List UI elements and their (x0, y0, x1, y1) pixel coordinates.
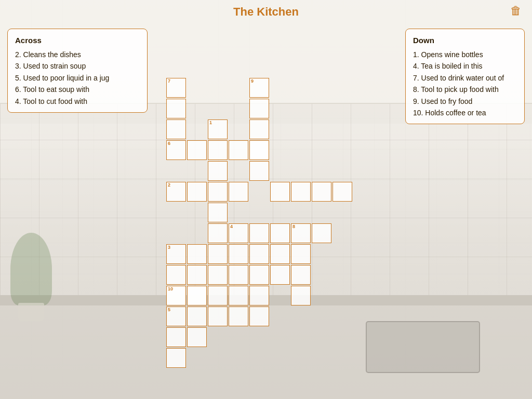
down-clue-1: 1. Opens wine bottles (413, 49, 517, 60)
cell-3-1[interactable]: 3 (166, 244, 186, 264)
cell-4-2[interactable] (249, 223, 269, 243)
cell-7-1[interactable]: 7 (166, 78, 186, 98)
cell-2-3[interactable] (229, 182, 248, 202)
cell-5-down-2[interactable] (187, 327, 207, 347)
page-title: The Kitchen (0, 0, 532, 19)
cell-10-5[interactable] (249, 286, 269, 305)
cell-1-6[interactable] (208, 223, 228, 243)
down-clue-2: 4. Tea is boiled in this (413, 60, 517, 72)
cell-5-down-1[interactable] (166, 327, 186, 347)
cell-9-3[interactable] (249, 119, 269, 139)
clue-box-across: Across 2. Cleans the dishes 3. Used to s… (7, 29, 148, 113)
cell-10-2[interactable] (187, 286, 207, 305)
across-clue-3: 5. Used to poor liquid in a jug (15, 72, 140, 84)
cell-2-7[interactable] (332, 182, 352, 202)
cell-1-7[interactable] (208, 244, 228, 264)
cell-4-5[interactable] (312, 223, 331, 243)
cell-5-down-3[interactable] (166, 348, 186, 368)
cell-5-2[interactable] (187, 307, 207, 326)
cell-4-1[interactable]: 4 (229, 223, 248, 243)
cell-3-down-1[interactable] (166, 265, 186, 285)
cell-6-2[interactable] (187, 140, 207, 160)
cell-9-5[interactable] (249, 161, 269, 181)
cell-3-down-5[interactable] (270, 265, 290, 285)
cell-2-5[interactable] (291, 182, 311, 202)
trash-icon[interactable]: 🗑 (510, 4, 522, 18)
cell-9-1[interactable]: 9 (249, 78, 269, 98)
cell-8-4[interactable] (291, 286, 311, 305)
cell-3-2[interactable] (187, 244, 207, 264)
cell-2-1[interactable]: 2 (166, 182, 186, 202)
cell-6-1[interactable]: 6 (166, 140, 186, 160)
cell-10-3[interactable] (208, 286, 228, 305)
cell-1-8[interactable] (208, 265, 228, 285)
cell-3-5[interactable] (270, 244, 290, 264)
cell-10-4[interactable] (229, 286, 248, 305)
cell-7-2[interactable] (166, 99, 186, 118)
cell-8-2[interactable] (291, 244, 311, 264)
across-clue-2: 3. Used to strain soup (15, 60, 140, 72)
cell-8-3[interactable] (291, 265, 311, 285)
cell-5-4[interactable] (229, 307, 248, 326)
down-clue-6: 10. Holds coffee or tea (413, 107, 517, 118)
cell-1-4[interactable] (208, 182, 228, 202)
cell-4-4[interactable]: 8 (291, 223, 311, 243)
down-clue-4: 8. Tool to pick up food with (413, 84, 517, 95)
across-heading: Across (15, 34, 140, 47)
content-layer: The Kitchen 🗑 Across 2. Cleans the dishe… (0, 0, 532, 399)
cell-1-3[interactable] (208, 161, 228, 181)
down-heading: Down (413, 34, 517, 47)
cell-3-down-2[interactable] (187, 265, 207, 285)
cell-1-2[interactable] (208, 140, 228, 160)
cell-3-4[interactable] (249, 244, 269, 264)
cell-5-1[interactable]: 5 (166, 307, 186, 326)
cell-5-5[interactable] (249, 307, 269, 326)
cell-3-down-3[interactable] (229, 265, 248, 285)
clue-box-down: Down 1. Opens wine bottles 4. Tea is boi… (405, 29, 525, 124)
cell-4-3[interactable] (270, 223, 290, 243)
across-clue-4: 6. Tool to eat soup with (15, 84, 140, 95)
down-clue-3: 7. Used to drink water out of (413, 72, 517, 84)
cell-10-1[interactable]: 10 (166, 286, 186, 305)
across-clue-1: 2. Cleans the dishes (15, 49, 140, 60)
down-clue-5: 9. Used to fry food (413, 96, 517, 107)
cell-2-4[interactable] (270, 182, 290, 202)
cell-3-down-4[interactable] (249, 265, 269, 285)
cell-2-2[interactable] (187, 182, 207, 202)
cell-3-3[interactable] (229, 244, 248, 264)
cell-1-1[interactable]: 1 (208, 119, 228, 139)
cell-6-3[interactable] (229, 140, 248, 160)
cell-7-3[interactable] (166, 119, 186, 139)
across-clue-5: 4. Tool to cut food with (15, 96, 140, 107)
cell-9-2[interactable] (249, 99, 269, 118)
cell-1-5[interactable] (208, 203, 228, 222)
cell-5-3[interactable] (208, 307, 228, 326)
cell-2-6[interactable] (312, 182, 331, 202)
cell-6-4[interactable] (249, 140, 269, 160)
